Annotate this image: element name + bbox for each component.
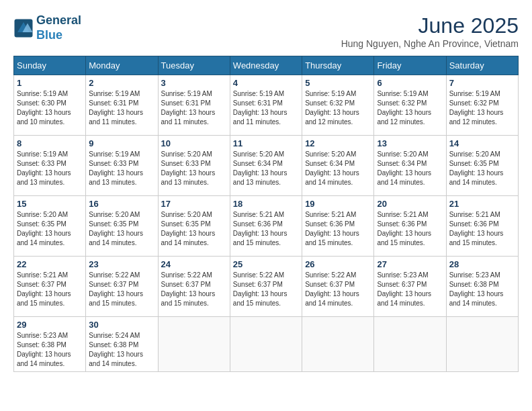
day-number: 4 [233,78,299,88]
logo: General Blue [13,13,81,42]
day-info: Sunrise: 5:22 AM Sunset: 6:37 PM Dayligh… [233,271,299,308]
day-info: Sunrise: 5:20 AM Sunset: 6:34 PM Dayligh… [377,150,443,187]
day-number: 1 [17,78,83,88]
day-number: 30 [89,320,154,330]
empty-cell [230,317,302,372]
day-cell-19: 19 Sunrise: 5:21 AM Sunset: 6:36 PM Dayl… [302,196,374,257]
day-number: 25 [233,259,299,269]
day-number: 11 [233,138,299,148]
day-number: 2 [89,78,154,88]
month-title: June 2025 [341,13,519,38]
calendar-week-5: 29 Sunrise: 5:23 AM Sunset: 6:38 PM Dayl… [14,317,519,372]
calendar-week-2: 8 Sunrise: 5:19 AM Sunset: 6:33 PM Dayli… [14,136,519,196]
day-number: 14 [449,138,515,148]
day-header-sunday: Sunday [14,56,86,75]
day-number: 19 [305,199,371,209]
day-cell-3: 3 Sunrise: 5:19 AM Sunset: 6:31 PM Dayli… [158,75,230,136]
day-cell-30: 30 Sunrise: 5:24 AM Sunset: 6:38 PM Dayl… [86,317,158,372]
day-number: 26 [305,259,371,269]
day-number: 17 [161,199,227,209]
day-number: 8 [17,138,83,148]
day-info: Sunrise: 5:19 AM Sunset: 6:33 PM Dayligh… [17,150,83,187]
day-info: Sunrise: 5:19 AM Sunset: 6:32 PM Dayligh… [377,89,443,127]
day-header-tuesday: Tuesday [158,56,230,75]
empty-cell [446,317,518,372]
day-number: 21 [449,199,515,209]
day-cell-23: 23 Sunrise: 5:22 AM Sunset: 6:37 PM Dayl… [86,257,158,317]
day-info: Sunrise: 5:19 AM Sunset: 6:30 PM Dayligh… [17,89,83,127]
day-number: 28 [449,259,515,269]
day-cell-20: 20 Sunrise: 5:21 AM Sunset: 6:36 PM Dayl… [374,196,446,257]
day-info: Sunrise: 5:22 AM Sunset: 6:37 PM Dayligh… [89,271,154,308]
day-number: 3 [161,78,227,88]
day-cell-6: 6 Sunrise: 5:19 AM Sunset: 6:32 PM Dayli… [374,75,446,136]
day-info: Sunrise: 5:19 AM Sunset: 6:31 PM Dayligh… [89,89,154,127]
day-number: 10 [161,138,227,148]
day-info: Sunrise: 5:20 AM Sunset: 6:34 PM Dayligh… [233,150,299,187]
day-cell-17: 17 Sunrise: 5:20 AM Sunset: 6:35 PM Dayl… [158,196,230,257]
day-info: Sunrise: 5:19 AM Sunset: 6:33 PM Dayligh… [89,150,154,187]
day-cell-1: 1 Sunrise: 5:19 AM Sunset: 6:30 PM Dayli… [14,75,86,136]
title-area: June 2025 Hung Nguyen, Nghe An Province,… [341,13,519,49]
day-cell-10: 10 Sunrise: 5:20 AM Sunset: 6:33 PM Dayl… [158,136,230,196]
day-cell-18: 18 Sunrise: 5:21 AM Sunset: 6:36 PM Dayl… [230,196,302,257]
day-cell-14: 14 Sunrise: 5:20 AM Sunset: 6:35 PM Dayl… [446,136,518,196]
day-info: Sunrise: 5:22 AM Sunset: 6:37 PM Dayligh… [305,271,371,308]
day-info: Sunrise: 5:21 AM Sunset: 6:37 PM Dayligh… [17,271,83,308]
day-number: 12 [305,138,371,148]
day-number: 29 [17,320,83,330]
day-info: Sunrise: 5:20 AM Sunset: 6:35 PM Dayligh… [161,210,227,248]
empty-cell [158,317,230,372]
day-cell-25: 25 Sunrise: 5:22 AM Sunset: 6:37 PM Dayl… [230,257,302,317]
day-cell-4: 4 Sunrise: 5:19 AM Sunset: 6:31 PM Dayli… [230,75,302,136]
day-info: Sunrise: 5:21 AM Sunset: 6:36 PM Dayligh… [377,210,443,248]
day-cell-5: 5 Sunrise: 5:19 AM Sunset: 6:32 PM Dayli… [302,75,374,136]
day-info: Sunrise: 5:19 AM Sunset: 6:31 PM Dayligh… [233,89,299,127]
day-info: Sunrise: 5:19 AM Sunset: 6:32 PM Dayligh… [449,89,515,127]
day-cell-22: 22 Sunrise: 5:21 AM Sunset: 6:37 PM Dayl… [14,257,86,317]
day-number: 24 [161,259,227,269]
day-info: Sunrise: 5:20 AM Sunset: 6:35 PM Dayligh… [17,210,83,248]
day-header-wednesday: Wednesday [230,56,302,75]
day-number: 18 [233,199,299,209]
day-info: Sunrise: 5:23 AM Sunset: 6:38 PM Dayligh… [449,271,515,308]
day-number: 22 [17,259,83,269]
calendar-week-3: 15 Sunrise: 5:20 AM Sunset: 6:35 PM Dayl… [14,196,519,257]
day-cell-26: 26 Sunrise: 5:22 AM Sunset: 6:37 PM Dayl… [302,257,374,317]
calendar-week-4: 22 Sunrise: 5:21 AM Sunset: 6:37 PM Dayl… [14,257,519,317]
empty-cell [374,317,446,372]
day-number: 20 [377,199,443,209]
calendar-week-1: 1 Sunrise: 5:19 AM Sunset: 6:30 PM Dayli… [14,75,519,136]
day-cell-2: 2 Sunrise: 5:19 AM Sunset: 6:31 PM Dayli… [86,75,158,136]
day-number: 7 [449,78,515,88]
day-info: Sunrise: 5:19 AM Sunset: 6:32 PM Dayligh… [305,89,371,127]
logo-line2: Blue [36,28,81,43]
empty-cell [302,317,374,372]
logo-line1: General [36,13,81,28]
day-cell-7: 7 Sunrise: 5:19 AM Sunset: 6:32 PM Dayli… [446,75,518,136]
day-header-thursday: Thursday [302,56,374,75]
day-cell-16: 16 Sunrise: 5:20 AM Sunset: 6:35 PM Dayl… [86,196,158,257]
day-header-friday: Friday [374,56,446,75]
day-info: Sunrise: 5:21 AM Sunset: 6:36 PM Dayligh… [305,210,371,248]
day-cell-21: 21 Sunrise: 5:21 AM Sunset: 6:36 PM Dayl… [446,196,518,257]
day-number: 16 [89,199,154,209]
day-info: Sunrise: 5:20 AM Sunset: 6:34 PM Dayligh… [305,150,371,187]
day-cell-28: 28 Sunrise: 5:23 AM Sunset: 6:38 PM Dayl… [446,257,518,317]
calendar-body: 1 Sunrise: 5:19 AM Sunset: 6:30 PM Dayli… [14,75,519,372]
day-number: 9 [89,138,154,148]
calendar-table: SundayMondayTuesdayWednesdayThursdayFrid… [13,56,519,372]
day-info: Sunrise: 5:24 AM Sunset: 6:38 PM Dayligh… [89,331,154,369]
day-cell-27: 27 Sunrise: 5:23 AM Sunset: 6:37 PM Dayl… [374,257,446,317]
day-info: Sunrise: 5:20 AM Sunset: 6:35 PM Dayligh… [449,150,515,187]
day-number: 13 [377,138,443,148]
day-cell-9: 9 Sunrise: 5:19 AM Sunset: 6:33 PM Dayli… [86,136,158,196]
day-info: Sunrise: 5:21 AM Sunset: 6:36 PM Dayligh… [233,210,299,248]
day-info: Sunrise: 5:19 AM Sunset: 6:31 PM Dayligh… [161,89,227,127]
day-cell-13: 13 Sunrise: 5:20 AM Sunset: 6:34 PM Dayl… [374,136,446,196]
day-number: 6 [377,78,443,88]
day-info: Sunrise: 5:23 AM Sunset: 6:38 PM Dayligh… [17,331,83,369]
day-cell-8: 8 Sunrise: 5:19 AM Sunset: 6:33 PM Dayli… [14,136,86,196]
day-number: 23 [89,259,154,269]
day-info: Sunrise: 5:23 AM Sunset: 6:37 PM Dayligh… [377,271,443,308]
